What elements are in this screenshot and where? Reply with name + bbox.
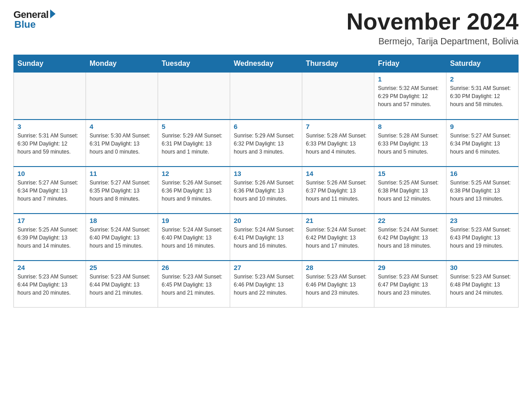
day-info: Sunrise: 5:24 AM Sunset: 6:42 PM Dayligh… xyxy=(306,226,370,250)
day-info: Sunrise: 5:28 AM Sunset: 6:33 PM Dayligh… xyxy=(378,132,442,156)
calendar-week-row: 24Sunrise: 5:23 AM Sunset: 6:44 PM Dayli… xyxy=(14,261,519,308)
calendar-day-header: Thursday xyxy=(302,55,374,73)
calendar-day-header: Tuesday xyxy=(158,55,230,73)
day-number: 27 xyxy=(234,264,298,271)
calendar-day-cell: 26Sunrise: 5:23 AM Sunset: 6:45 PM Dayli… xyxy=(158,261,230,308)
calendar-day-cell: 16Sunrise: 5:25 AM Sunset: 6:38 PM Dayli… xyxy=(446,167,519,214)
day-number: 24 xyxy=(17,264,82,271)
day-number: 8 xyxy=(378,123,442,130)
day-info: Sunrise: 5:32 AM Sunset: 6:29 PM Dayligh… xyxy=(378,84,442,108)
day-info: Sunrise: 5:31 AM Sunset: 6:30 PM Dayligh… xyxy=(450,84,515,108)
day-number: 3 xyxy=(17,123,82,130)
calendar-day-cell: 15Sunrise: 5:25 AM Sunset: 6:38 PM Dayli… xyxy=(374,167,446,214)
calendar-body: 1Sunrise: 5:32 AM Sunset: 6:29 PM Daylig… xyxy=(14,73,519,308)
day-info: Sunrise: 5:25 AM Sunset: 6:38 PM Dayligh… xyxy=(378,179,442,203)
day-number: 12 xyxy=(162,170,226,177)
month-title: November 2024 xyxy=(347,9,519,34)
calendar-day-cell: 13Sunrise: 5:26 AM Sunset: 6:36 PM Dayli… xyxy=(230,167,302,214)
calendar-header-row: SundayMondayTuesdayWednesdayThursdayFrid… xyxy=(14,55,519,73)
calendar-day-cell: 18Sunrise: 5:24 AM Sunset: 6:40 PM Dayli… xyxy=(86,214,158,261)
logo-blue-text: Blue xyxy=(14,19,36,30)
day-info: Sunrise: 5:23 AM Sunset: 6:46 PM Dayligh… xyxy=(234,273,298,297)
day-number: 11 xyxy=(90,170,154,177)
calendar-day-cell: 7Sunrise: 5:28 AM Sunset: 6:33 PM Daylig… xyxy=(302,120,374,167)
calendar-day-header: Wednesday xyxy=(230,55,302,73)
calendar-day-cell: 6Sunrise: 5:29 AM Sunset: 6:32 PM Daylig… xyxy=(230,120,302,167)
day-number: 16 xyxy=(450,170,515,177)
day-number: 22 xyxy=(378,217,442,224)
calendar-week-row: 17Sunrise: 5:25 AM Sunset: 6:39 PM Dayli… xyxy=(14,214,519,261)
calendar-day-cell: 1Sunrise: 5:32 AM Sunset: 6:29 PM Daylig… xyxy=(374,73,446,120)
day-info: Sunrise: 5:24 AM Sunset: 6:40 PM Dayligh… xyxy=(90,226,154,250)
day-info: Sunrise: 5:26 AM Sunset: 6:37 PM Dayligh… xyxy=(306,179,370,203)
calendar-day-header: Monday xyxy=(86,55,158,73)
calendar-day-cell: 2Sunrise: 5:31 AM Sunset: 6:30 PM Daylig… xyxy=(446,73,519,120)
calendar-day-cell: 24Sunrise: 5:23 AM Sunset: 6:44 PM Dayli… xyxy=(14,261,86,308)
day-number: 26 xyxy=(162,264,226,271)
day-number: 28 xyxy=(306,264,370,271)
logo-arrow-icon xyxy=(50,9,56,18)
day-number: 1 xyxy=(378,75,442,83)
day-number: 20 xyxy=(234,217,298,224)
calendar-day-cell xyxy=(158,73,230,120)
day-info: Sunrise: 5:31 AM Sunset: 6:30 PM Dayligh… xyxy=(17,132,82,156)
calendar-day-cell: 25Sunrise: 5:23 AM Sunset: 6:44 PM Dayli… xyxy=(86,261,158,308)
day-number: 5 xyxy=(162,123,226,130)
calendar-day-header: Saturday xyxy=(446,55,519,73)
calendar-day-cell: 9Sunrise: 5:27 AM Sunset: 6:34 PM Daylig… xyxy=(446,120,519,167)
calendar-week-row: 10Sunrise: 5:27 AM Sunset: 6:34 PM Dayli… xyxy=(14,167,519,214)
day-info: Sunrise: 5:25 AM Sunset: 6:38 PM Dayligh… xyxy=(450,179,515,203)
day-number: 4 xyxy=(90,123,154,130)
calendar-day-cell: 3Sunrise: 5:31 AM Sunset: 6:30 PM Daylig… xyxy=(14,120,86,167)
calendar-day-cell: 12Sunrise: 5:26 AM Sunset: 6:36 PM Dayli… xyxy=(158,167,230,214)
day-number: 25 xyxy=(90,264,154,271)
day-number: 6 xyxy=(234,123,298,130)
calendar-day-cell: 14Sunrise: 5:26 AM Sunset: 6:37 PM Dayli… xyxy=(302,167,374,214)
calendar-day-cell: 5Sunrise: 5:29 AM Sunset: 6:31 PM Daylig… xyxy=(158,120,230,167)
calendar-day-cell: 10Sunrise: 5:27 AM Sunset: 6:34 PM Dayli… xyxy=(14,167,86,214)
day-info: Sunrise: 5:27 AM Sunset: 6:34 PM Dayligh… xyxy=(17,179,82,203)
day-info: Sunrise: 5:28 AM Sunset: 6:33 PM Dayligh… xyxy=(306,132,370,156)
day-number: 18 xyxy=(90,217,154,224)
day-number: 7 xyxy=(306,123,370,130)
calendar-day-cell: 17Sunrise: 5:25 AM Sunset: 6:39 PM Dayli… xyxy=(14,214,86,261)
day-info: Sunrise: 5:23 AM Sunset: 6:44 PM Dayligh… xyxy=(17,273,82,297)
calendar-table: SundayMondayTuesdayWednesdayThursdayFrid… xyxy=(13,55,519,308)
day-info: Sunrise: 5:30 AM Sunset: 6:31 PM Dayligh… xyxy=(90,132,154,156)
calendar-week-row: 3Sunrise: 5:31 AM Sunset: 6:30 PM Daylig… xyxy=(14,120,519,167)
calendar-day-cell xyxy=(86,73,158,120)
day-number: 13 xyxy=(234,170,298,177)
day-number: 9 xyxy=(450,123,515,130)
logo: General Blue xyxy=(13,9,56,30)
day-info: Sunrise: 5:23 AM Sunset: 6:45 PM Dayligh… xyxy=(162,273,226,297)
day-info: Sunrise: 5:26 AM Sunset: 6:36 PM Dayligh… xyxy=(234,179,298,203)
day-info: Sunrise: 5:24 AM Sunset: 6:42 PM Dayligh… xyxy=(378,226,442,250)
calendar-day-cell xyxy=(302,73,374,120)
day-info: Sunrise: 5:25 AM Sunset: 6:39 PM Dayligh… xyxy=(17,226,82,250)
day-info: Sunrise: 5:23 AM Sunset: 6:48 PM Dayligh… xyxy=(450,273,515,297)
calendar-day-cell: 20Sunrise: 5:24 AM Sunset: 6:41 PM Dayli… xyxy=(230,214,302,261)
calendar-day-cell: 27Sunrise: 5:23 AM Sunset: 6:46 PM Dayli… xyxy=(230,261,302,308)
day-number: 10 xyxy=(17,170,82,177)
calendar-day-cell: 21Sunrise: 5:24 AM Sunset: 6:42 PM Dayli… xyxy=(302,214,374,261)
day-info: Sunrise: 5:23 AM Sunset: 6:43 PM Dayligh… xyxy=(450,226,515,250)
day-info: Sunrise: 5:27 AM Sunset: 6:34 PM Dayligh… xyxy=(450,132,515,156)
day-number: 23 xyxy=(450,217,515,224)
calendar-day-header: Friday xyxy=(374,55,446,73)
calendar-week-row: 1Sunrise: 5:32 AM Sunset: 6:29 PM Daylig… xyxy=(14,73,519,120)
day-number: 2 xyxy=(450,75,515,83)
day-info: Sunrise: 5:29 AM Sunset: 6:31 PM Dayligh… xyxy=(162,132,226,156)
calendar-day-cell xyxy=(230,73,302,120)
day-info: Sunrise: 5:23 AM Sunset: 6:46 PM Dayligh… xyxy=(306,273,370,297)
day-info: Sunrise: 5:23 AM Sunset: 6:44 PM Dayligh… xyxy=(90,273,154,297)
calendar-day-cell: 11Sunrise: 5:27 AM Sunset: 6:35 PM Dayli… xyxy=(86,167,158,214)
calendar-day-cell: 29Sunrise: 5:23 AM Sunset: 6:47 PM Dayli… xyxy=(374,261,446,308)
day-info: Sunrise: 5:27 AM Sunset: 6:35 PM Dayligh… xyxy=(90,179,154,203)
calendar-day-cell: 4Sunrise: 5:30 AM Sunset: 6:31 PM Daylig… xyxy=(86,120,158,167)
day-info: Sunrise: 5:26 AM Sunset: 6:36 PM Dayligh… xyxy=(162,179,226,203)
day-number: 14 xyxy=(306,170,370,177)
day-number: 17 xyxy=(17,217,82,224)
calendar-day-cell: 22Sunrise: 5:24 AM Sunset: 6:42 PM Dayli… xyxy=(374,214,446,261)
day-number: 29 xyxy=(378,264,442,271)
day-info: Sunrise: 5:23 AM Sunset: 6:47 PM Dayligh… xyxy=(378,273,442,297)
